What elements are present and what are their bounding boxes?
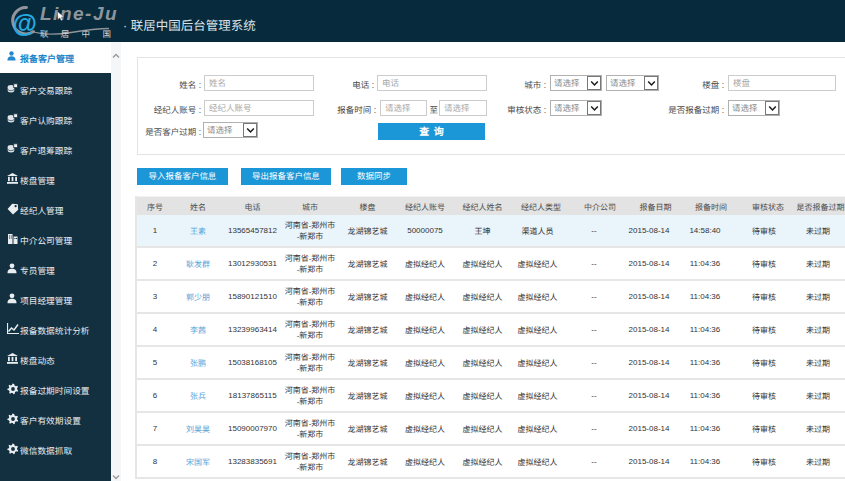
svg-text:@: @ [13,9,37,37]
